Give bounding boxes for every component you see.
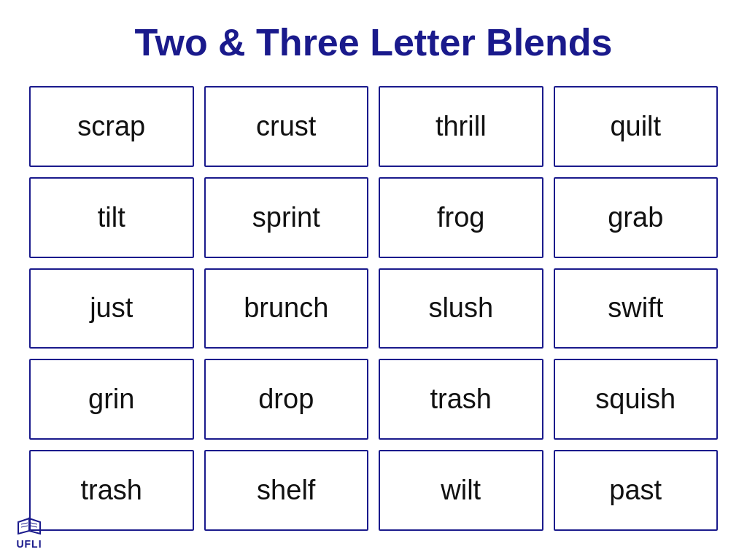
word-card-4: tilt (29, 177, 194, 258)
word-card-6: frog (379, 177, 543, 258)
word-text-9: brunch (244, 292, 328, 324)
word-card-17: shelf (204, 450, 369, 531)
word-card-1: crust (204, 86, 369, 167)
word-text-0: scrap (77, 111, 145, 142)
word-text-16: trash (81, 475, 142, 506)
word-grid: scrapcrustthrillquilttiltsprintfroggrabj… (0, 79, 747, 538)
word-card-0: scrap (29, 86, 194, 167)
word-text-2: thrill (436, 111, 487, 142)
word-text-5: sprint (252, 202, 320, 233)
word-card-15: squish (554, 359, 719, 440)
page-title: Two & Three Letter Blends (0, 0, 747, 79)
word-text-4: tilt (98, 202, 125, 233)
word-text-17: shelf (257, 475, 315, 506)
logo: UFLI (15, 515, 44, 550)
logo-icon (15, 515, 44, 537)
word-card-3: quilt (554, 86, 719, 167)
word-card-19: past (554, 450, 719, 531)
word-text-3: quilt (610, 111, 661, 142)
word-text-6: frog (437, 202, 484, 233)
word-card-5: sprint (204, 177, 369, 258)
logo-text: UFLI (16, 538, 42, 550)
word-text-12: grin (88, 384, 134, 415)
svg-line-3 (21, 523, 28, 524)
word-text-10: slush (428, 292, 493, 324)
svg-line-4 (21, 526, 28, 527)
word-text-13: drop (258, 384, 314, 415)
word-text-8: just (90, 292, 133, 324)
word-card-2: thrill (379, 86, 543, 167)
word-card-9: brunch (204, 268, 369, 349)
word-text-15: squish (595, 384, 676, 415)
word-text-1: crust (256, 111, 316, 142)
word-card-14: trash (379, 359, 543, 440)
word-card-16: trash (29, 450, 194, 531)
word-card-13: drop (204, 359, 369, 440)
word-text-18: wilt (441, 475, 481, 506)
word-card-8: just (29, 268, 194, 349)
word-text-19: past (609, 475, 662, 506)
word-card-11: swift (554, 268, 719, 349)
word-card-7: grab (554, 177, 719, 258)
word-text-14: trash (430, 384, 492, 415)
word-card-10: slush (379, 268, 543, 349)
word-card-12: grin (29, 359, 194, 440)
svg-line-6 (31, 526, 37, 527)
word-text-11: swift (608, 292, 663, 324)
word-card-18: wilt (379, 450, 543, 531)
svg-line-5 (31, 523, 37, 524)
word-text-7: grab (608, 202, 663, 233)
